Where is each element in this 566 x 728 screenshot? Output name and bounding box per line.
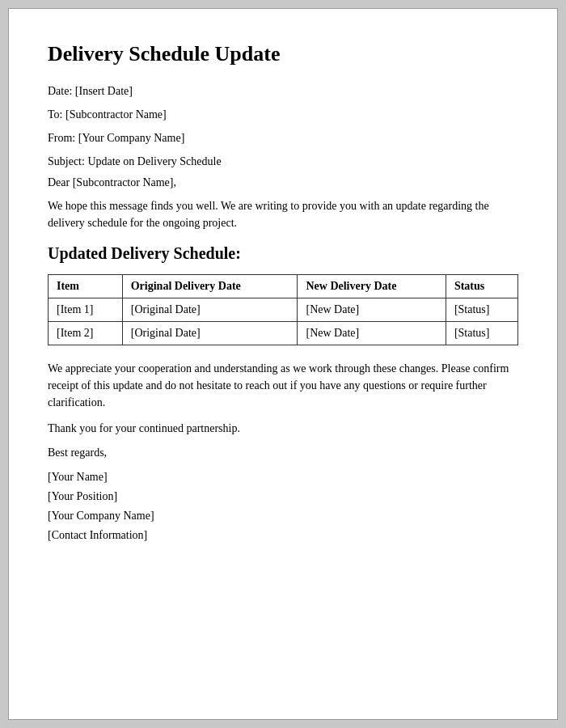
date-line: Date: [Insert Date]: [48, 83, 518, 99]
signature-block: [Your Name] [Your Position] [Your Compan…: [48, 468, 518, 544]
table-cell-r1-c1: [Original Date]: [122, 322, 298, 345]
col-header-original-date: Original Delivery Date: [122, 275, 298, 298]
subject-line: Subject: Update on Delivery Schedule: [48, 153, 518, 170]
table-header-row: Item Original Delivery Date New Delivery…: [49, 275, 518, 298]
document-page: Delivery Schedule Update Date: [Insert D…: [8, 8, 558, 720]
table-row: [Item 2][Original Date][New Date][Status…: [49, 322, 518, 345]
table-cell-r0-c3: [Status]: [446, 298, 517, 322]
delivery-table: Item Original Delivery Date New Delivery…: [48, 274, 518, 345]
table-row: [Item 1][Original Date][New Date][Status…: [49, 298, 518, 322]
table-cell-r1-c2: [New Date]: [298, 322, 446, 345]
table-cell-r0-c1: [Original Date]: [122, 298, 298, 322]
signature-company: [Your Company Name]: [48, 506, 518, 526]
section-heading: Updated Delivery Schedule:: [48, 244, 518, 263]
thank-you-line: Thank you for your continued partnership…: [48, 422, 518, 435]
intro-paragraph: We hope this message finds you well. We …: [48, 197, 518, 231]
salutation: Dear [Subcontractor Name],: [48, 176, 518, 189]
signature-position: [Your Position]: [48, 487, 518, 506]
col-header-new-date: New Delivery Date: [298, 275, 446, 298]
closing-paragraph: We appreciate your cooperation and under…: [48, 360, 518, 411]
signature-name: [Your Name]: [48, 468, 518, 487]
from-line: From: [Your Company Name]: [48, 129, 518, 146]
document-title: Delivery Schedule Update: [48, 41, 518, 66]
table-cell-r1-c3: [Status]: [446, 322, 517, 345]
col-header-item: Item: [49, 275, 123, 298]
table-cell-r1-c0: [Item 2]: [49, 322, 123, 345]
signature-contact: [Contact Information]: [48, 526, 518, 545]
table-cell-r0-c2: [New Date]: [298, 298, 446, 322]
to-line: To: [Subcontractor Name]: [48, 106, 518, 123]
best-regards-line: Best regards,: [48, 447, 518, 459]
col-header-status: Status: [446, 275, 517, 298]
table-cell-r0-c0: [Item 1]: [49, 298, 123, 322]
